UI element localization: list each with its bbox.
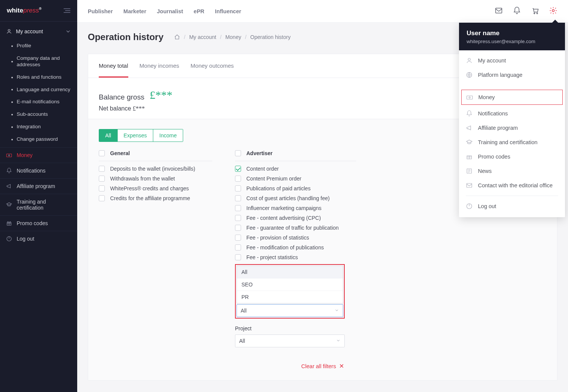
breadcrumb-myaccount[interactable]: My account bbox=[189, 34, 216, 40]
type-option-seo[interactable]: SEO bbox=[237, 278, 343, 291]
type-option-all[interactable]: All bbox=[237, 266, 343, 278]
checkbox[interactable] bbox=[235, 215, 241, 221]
bell-icon[interactable] bbox=[513, 6, 521, 16]
nav-my-account-sub: Profile Company data and addresses Roles… bbox=[0, 39, 77, 147]
smenu-money[interactable]: Money bbox=[461, 90, 563, 105]
checkbox[interactable] bbox=[235, 225, 241, 231]
role-publisher[interactable]: Publisher bbox=[88, 8, 113, 14]
nav-money[interactable]: Money bbox=[0, 147, 77, 163]
checkbox[interactable] bbox=[235, 195, 241, 201]
gear-icon[interactable] bbox=[549, 6, 557, 16]
seg-expenses[interactable]: Expenses bbox=[117, 129, 153, 142]
chk-withdrawals[interactable]: Withdrawals from the wallet bbox=[99, 176, 212, 182]
col-advertiser-header[interactable]: Advertiser bbox=[235, 150, 356, 161]
nav-my-account[interactable]: My account bbox=[0, 24, 77, 39]
type-select[interactable]: All bbox=[237, 304, 343, 317]
subnav-profile[interactable]: Profile bbox=[0, 40, 77, 52]
subnav-changepw[interactable]: Change password bbox=[0, 133, 77, 146]
chk-content-order[interactable]: Content order bbox=[235, 166, 356, 172]
role-marketer[interactable]: Marketer bbox=[123, 8, 146, 14]
role-journalist[interactable]: Journalist bbox=[157, 8, 183, 14]
bell-icon bbox=[6, 168, 12, 174]
checkbox[interactable] bbox=[99, 185, 105, 191]
type-dropdown-highlight: All SEO PR All bbox=[235, 264, 345, 319]
nav-training[interactable]: Training and certification bbox=[0, 194, 77, 215]
smenu-label: Promo codes bbox=[478, 154, 510, 160]
home-icon[interactable] bbox=[174, 34, 180, 40]
smenu-promo[interactable]: Promo codes bbox=[459, 149, 565, 164]
project-select[interactable]: All bbox=[235, 334, 345, 347]
nav-affiliate-label: Affiliate program bbox=[17, 183, 55, 189]
chk-label: Content order bbox=[246, 166, 279, 172]
subnav-subaccounts[interactable]: Sub-accounts bbox=[0, 108, 77, 121]
chk-guest-cost[interactable]: Cost of guest articles (handling fee) bbox=[235, 195, 356, 201]
checkbox[interactable] bbox=[235, 205, 241, 211]
project-block: Project All bbox=[235, 325, 356, 347]
chk-content-premium[interactable]: Content Premium order bbox=[235, 176, 356, 182]
tab-money-outcomes[interactable]: Money outcomes bbox=[191, 54, 234, 78]
svg-rect-16 bbox=[467, 184, 472, 188]
chevron-down-icon bbox=[65, 28, 71, 34]
svg-point-10 bbox=[468, 58, 470, 61]
smenu-affiliate[interactable]: Affiliate program bbox=[459, 121, 565, 135]
subnav-company[interactable]: Company data and addresses bbox=[0, 52, 77, 71]
smenu-logout[interactable]: Log out bbox=[459, 199, 565, 213]
smenu-platform-lang[interactable]: Platform language bbox=[459, 68, 565, 82]
smenu-label: My account bbox=[478, 58, 506, 64]
type-option-pr[interactable]: PR bbox=[237, 291, 343, 303]
chk-deposits[interactable]: Deposits to the wallet (invoices/bills) bbox=[99, 166, 212, 172]
checkbox[interactable] bbox=[99, 166, 105, 172]
checkbox[interactable] bbox=[99, 176, 105, 182]
svg-point-6 bbox=[534, 13, 535, 14]
checkbox[interactable] bbox=[235, 176, 241, 182]
breadcrumb-money[interactable]: Money bbox=[225, 34, 241, 40]
chk-affiliate-credits[interactable]: Credits for the affiliate programme bbox=[99, 195, 212, 201]
checkbox[interactable] bbox=[235, 254, 241, 260]
checkbox[interactable] bbox=[235, 244, 241, 250]
checkbox[interactable] bbox=[235, 235, 241, 241]
nav-promo[interactable]: Promo codes bbox=[0, 215, 77, 231]
nav-promo-label: Promo codes bbox=[17, 220, 48, 226]
filter-segment: All Expenses Income bbox=[99, 129, 183, 142]
menu-toggle-icon[interactable] bbox=[64, 8, 70, 13]
smenu-news[interactable]: News bbox=[459, 164, 565, 178]
checkbox[interactable] bbox=[235, 185, 241, 191]
seg-income[interactable]: Income bbox=[153, 129, 183, 142]
tab-money-total[interactable]: Money total bbox=[99, 54, 128, 78]
mail-icon[interactable] bbox=[495, 6, 503, 16]
subnav-integration[interactable]: Integration bbox=[0, 121, 77, 133]
nav-logout[interactable]: Log out bbox=[0, 231, 77, 246]
chk-fee-mod[interactable]: Fee - modification of publications bbox=[235, 244, 356, 250]
chk-credits-charges[interactable]: WhitePress® credits and charges bbox=[99, 185, 212, 191]
subnav-email[interactable]: E-mail notifications bbox=[0, 96, 77, 108]
logo[interactable]: whitepress® bbox=[7, 7, 42, 14]
checkbox[interactable] bbox=[99, 195, 105, 201]
smenu-contact[interactable]: Contact with the editorial office bbox=[459, 178, 565, 193]
smenu-my-account[interactable]: My account bbox=[459, 53, 565, 68]
nav-my-account-label: My account bbox=[16, 28, 43, 34]
tab-money-incomes[interactable]: Money incomes bbox=[140, 54, 179, 78]
clear-filters[interactable]: Clear all filters ✕ bbox=[99, 362, 546, 370]
checkbox-advertiser-all[interactable] bbox=[235, 150, 241, 156]
seg-all[interactable]: All bbox=[99, 129, 117, 142]
chevron-down-icon bbox=[335, 308, 339, 314]
col-general-header[interactable]: General bbox=[99, 150, 212, 161]
smenu-training[interactable]: Training and certification bbox=[459, 135, 565, 149]
checkbox-general-all[interactable] bbox=[99, 150, 105, 156]
chk-influencer[interactable]: Influencer marketing campaigns bbox=[235, 205, 356, 211]
cart-icon[interactable] bbox=[531, 6, 539, 16]
nav-notifications[interactable]: Notifications bbox=[0, 163, 77, 178]
smenu-notifications[interactable]: Notifications bbox=[459, 106, 565, 121]
chk-publications[interactable]: Publications of paid articles bbox=[235, 185, 356, 191]
smenu-label: Contact with the editorial office bbox=[478, 182, 552, 188]
subnav-roles[interactable]: Roles and functions bbox=[0, 71, 77, 84]
role-epr[interactable]: ePR bbox=[194, 8, 204, 14]
chk-fee-stats[interactable]: Fee - provision of statistics bbox=[235, 235, 356, 241]
chk-fee-traffic[interactable]: Fee - guarantee of traffic for publicati… bbox=[235, 225, 356, 231]
subnav-lang[interactable]: Language and currency bbox=[0, 84, 77, 96]
chk-fee-cpc[interactable]: Fee - content advertising (CPC) bbox=[235, 215, 356, 221]
chk-fee-project-stats[interactable]: Fee - project statistics bbox=[235, 254, 356, 260]
nav-affiliate[interactable]: Affiliate program bbox=[0, 178, 77, 194]
role-influencer[interactable]: Influencer bbox=[215, 8, 241, 14]
checkbox[interactable] bbox=[235, 166, 241, 172]
